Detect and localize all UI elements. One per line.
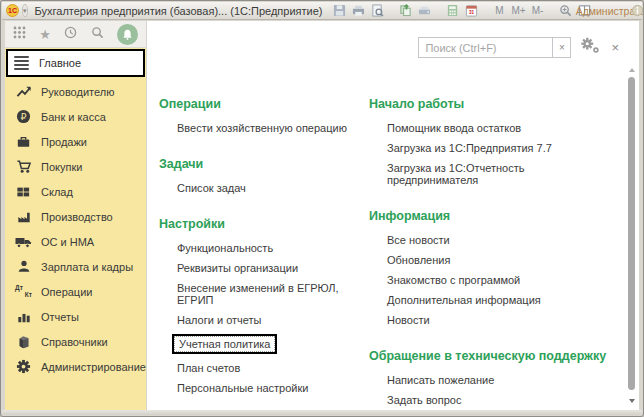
scroll-down-button[interactable] [626,396,637,405]
menu-link[interactable]: Помощник ввода остатков [369,118,613,138]
sidebar-item-prodazhi[interactable]: Продажи [5,129,146,154]
preview-button[interactable] [370,3,386,19]
apps-grid-icon[interactable] [13,25,26,43]
menu-link[interactable]: Все новости [369,230,613,250]
scroll-down-icon [629,399,635,403]
window-bottom-edge [2,410,642,415]
section-title: Операции [159,93,369,118]
sidebar-item-label: Администрирование [41,361,146,373]
menu-link[interactable]: Новости [369,310,613,330]
menu-link[interactable]: Функциональность [159,238,369,258]
menu-hamburger-icon [14,56,29,70]
sidebar-item-proizvodstvo[interactable]: Производство [5,204,146,229]
sidebar-item-label: Главное [39,57,81,69]
notifications-bell-icon[interactable] [117,24,138,45]
trend-icon [15,84,32,100]
menu-link[interactable]: Внесение изменений в ЕГРЮЛ, ЕГРИП [159,278,369,310]
warehouse-icon [15,184,32,200]
menu-link[interactable]: План счетов [159,358,369,378]
search-row: × × [418,37,621,58]
scroll-up-button[interactable] [626,65,637,74]
memory-mplus-button[interactable]: M+ [511,3,527,19]
send-button[interactable] [417,3,433,19]
info-icon [631,4,644,17]
section-title: Задачи [159,153,369,178]
app-logo: 1С [6,4,19,17]
calendar-button[interactable]: 31 [464,3,480,19]
menu-link[interactable]: Ввести хозяйственную операцию [159,118,369,138]
sidebar-item-sklad[interactable]: Склад [5,179,146,204]
scrollbar-thumb[interactable] [628,77,635,390]
search-icon[interactable] [91,25,104,43]
menu-link[interactable]: Дополнительная информация [369,290,613,310]
memory-mminus-button[interactable]: M- [530,3,546,19]
history-clock-icon[interactable] [64,25,77,43]
sidebar-item-otchety[interactable]: Отчеты [5,304,146,329]
sidebar-item-bank-i-kassa[interactable]: ₽ Банк и касса [5,104,146,129]
menu-link[interactable]: Персональные настройки [159,378,369,398]
info-button[interactable] [630,3,644,19]
sidebar-item-label: Руководителю [41,86,114,98]
menu-link[interactable]: Реквизиты организации [159,258,369,278]
sidebar-item-label: Справочники [41,336,108,348]
dtkt-icon: ДтКт [15,284,32,300]
sidebar-item-glavnoe[interactable]: Главное [6,49,145,77]
function-menu-panel: × × Операции Ввести хозяйственную операц… [146,21,639,410]
memory-m-button[interactable]: M [492,3,508,19]
svg-text:31: 31 [469,10,475,15]
person-icon [15,259,32,275]
ruble-icon: ₽ [15,109,32,125]
section-title: Обращение в техническую поддержку [369,345,613,370]
favorites-star-icon[interactable]: ★ [39,28,51,41]
sidebar-item-zarplata-i-kadry[interactable]: Зарплата и кадры [5,254,146,279]
sidebar-item-rukovoditelyu[interactable]: Руководителю [5,79,146,104]
sidebar-item-os-i-nma[interactable]: ОС и НМА [5,229,146,254]
section-nachalo-raboty: Начало работы Помощник ввода остатков За… [369,93,613,190]
section-nastroyki: Настройки Функциональность Реквизиты орг… [159,213,369,398]
zoom-button[interactable] [558,3,574,19]
sidebar-item-label: Продажи [41,136,87,148]
sidebar-item-label: Склад [41,186,73,198]
section-title: Информация [369,205,613,230]
svg-text:₽: ₽ [21,111,27,122]
calculator-icon [446,4,459,17]
sidebar-item-pokupki[interactable]: Покупки [5,154,146,179]
save-button[interactable] [332,3,348,19]
menu-link-uchetnaya-politika-highlighted[interactable]: Учетная политика [159,330,369,358]
sidebar-item-label: Операции [41,286,92,298]
menu-link[interactable]: Задать вопрос [369,390,613,410]
gear-icon [15,359,32,375]
menu-link[interactable]: Знакомство с программой [369,270,613,290]
sidebar-item-operatsii[interactable]: ДтКт Операции [5,279,146,304]
close-menu-button[interactable]: × [609,41,621,54]
user-button[interactable]: Администратор [605,3,621,19]
briefcase-icon [15,134,32,150]
menu-link[interactable]: Загрузка из 1С:Предприятия 7.7 [369,138,613,158]
sidebar-item-label: Зарплата и кадры [41,261,133,273]
section-title: Настройки [159,213,369,238]
search-settings-button[interactable] [580,37,600,58]
clear-search-button[interactable]: × [552,37,571,58]
app-window: 1С ▾ Бухгалтерия предприятия (базовая)..… [0,0,644,417]
copy-button[interactable] [398,3,414,19]
app-menu-dropdown[interactable]: ▾ [22,4,28,17]
send-icon [418,4,431,17]
search-input[interactable] [418,37,552,58]
menu-link[interactable]: Написать пожелание [369,370,613,390]
sidebar-item-administrirovanie[interactable]: Администрирование [5,354,146,379]
book-icon [15,334,32,350]
menu-link[interactable]: Обновления [369,250,613,270]
menu-columns: Операции Ввести хозяйственную операцию З… [159,93,613,410]
scroll-up-icon [629,68,635,72]
menu-link[interactable]: Список задач [159,178,369,198]
print-button[interactable] [351,3,367,19]
highlight-box: Учетная политика [172,334,277,354]
sidebar-toolbar: ★ [5,21,146,48]
menu-link[interactable]: Загрузка из 1С:Отчетность предпринимател… [369,158,613,190]
sidebar-item-label: Отчеты [41,311,79,323]
app-body: ★ Главное Руководителю ₽ [5,21,639,410]
sidebar-item-spravochniki[interactable]: Справочники [5,329,146,354]
calculator-button[interactable] [445,3,461,19]
menu-link[interactable]: Налоги и отчеты [159,310,369,330]
truck-icon [15,234,32,250]
